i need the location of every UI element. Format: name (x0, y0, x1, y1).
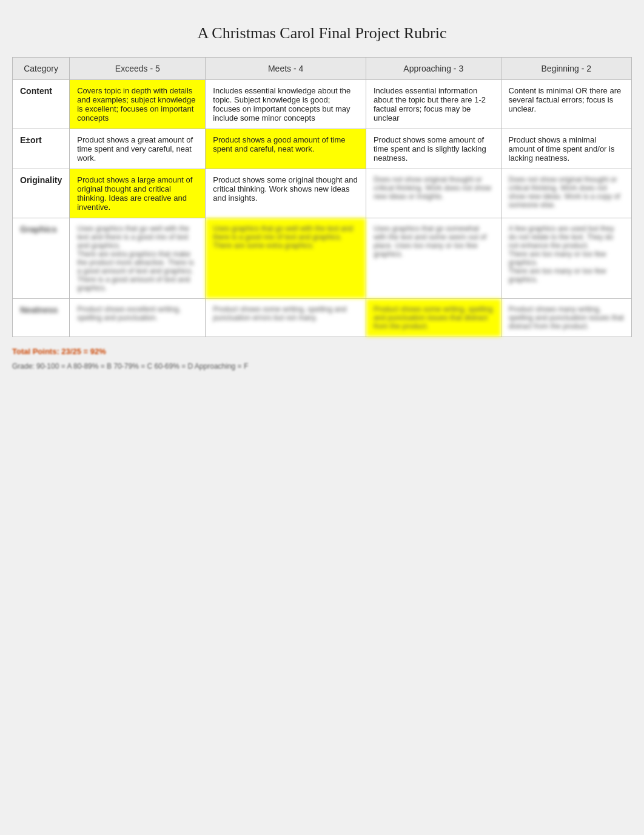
meets-cell-0: Includes essential knowledge about the t… (206, 80, 366, 129)
footer-section: Total Points: 23/25 = 92% Grade: 90-100 … (12, 347, 632, 371)
grade-row: Grade: 90-100 = A 80-89% = B 70-79% = C … (12, 362, 632, 371)
approaching-cell-4: Product shows some writing, spelling and… (366, 299, 501, 337)
exceeds-cell-1: Product shows a great amount of time spe… (70, 129, 206, 169)
category-cell-3: Graphics (13, 218, 70, 299)
exceeds-cell-3: Uses graphics that go well with the text… (70, 218, 206, 299)
approaching-cell-2: Does not show original thought or critic… (366, 169, 501, 218)
header-meets: Meets - 4 (206, 58, 366, 80)
beginning-cell-3: A few graphics are used but they do not … (501, 218, 631, 299)
category-cell-4: Neatness (13, 299, 70, 337)
beginning-cell-1: Product shows a minimal amount of time s… (501, 129, 631, 169)
category-cell-2: Originality (13, 169, 70, 218)
approaching-cell-1: Product shows some amount of time spent … (366, 129, 501, 169)
rubric-table: Category Exceeds - 5 Meets - 4 Approachi… (12, 57, 632, 337)
category-cell-0: Content (13, 80, 70, 129)
header-approaching: Approaching - 3 (366, 58, 501, 80)
exceeds-cell-2: Product shows a large amount of original… (70, 169, 206, 218)
meets-cell-4: Product shows some writing, spelling and… (206, 299, 366, 337)
exceeds-cell-0: Covers topic in depth with details and e… (70, 80, 206, 129)
page-title: A Christmas Carol Final Project Rubric (12, 24, 632, 42)
approaching-cell-3: Uses graphics that go somewhat with the … (366, 218, 501, 299)
category-cell-1: E±ort (13, 129, 70, 169)
beginning-cell-2: Does not show original thought or critic… (501, 169, 631, 218)
header-exceeds: Exceeds - 5 (70, 58, 206, 80)
beginning-cell-4: Product shows many writing, spelling and… (501, 299, 631, 337)
approaching-cell-0: Includes essential information about the… (366, 80, 501, 129)
beginning-cell-0: Content is minimal OR there are several … (501, 80, 631, 129)
exceeds-cell-4: Product shows excellent writing, spellin… (70, 299, 206, 337)
meets-cell-2: Product shows some original thought and … (206, 169, 366, 218)
total-points: Total Points: 23/25 = 92% (12, 347, 632, 356)
meets-cell-1: Product shows a good amount of time spen… (206, 129, 366, 169)
header-category: Category (13, 58, 70, 80)
header-beginning: Beginning - 2 (501, 58, 631, 80)
meets-cell-3: Uses graphics that go well with the text… (206, 218, 366, 299)
